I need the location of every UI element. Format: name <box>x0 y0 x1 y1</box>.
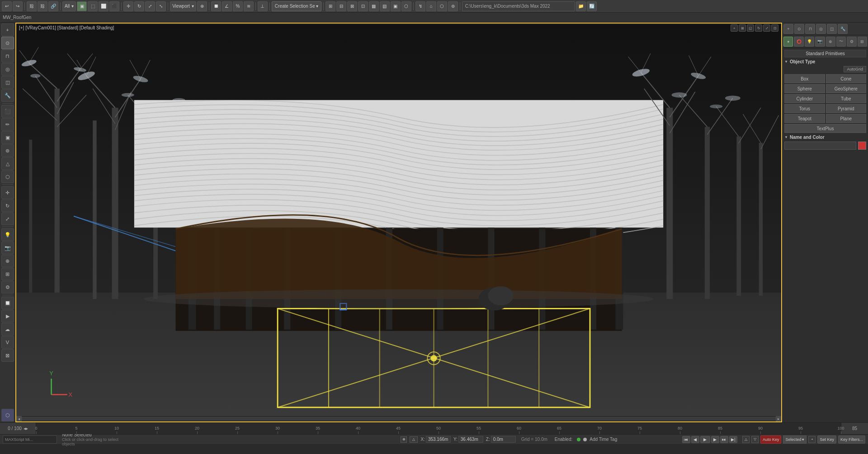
snap-button[interactable]: 🔲 <box>211 1 221 11</box>
z-value[interactable]: 0.0m <box>491 436 516 443</box>
shapes-subtab[interactable]: ⭕ <box>794 37 803 47</box>
display-tool[interactable]: ◫ <box>1 76 14 89</box>
geosphere-button[interactable]: GeoSphere <box>826 84 867 93</box>
paint-select-button[interactable]: ⬛ <box>109 1 119 11</box>
tool-lasso[interactable]: ⊚ <box>1 144 14 157</box>
tool-k[interactable]: ⬡ <box>437 1 447 11</box>
bind-button[interactable]: 🔗 <box>48 1 58 11</box>
create-tab[interactable]: + <box>783 24 793 34</box>
helpers-subtab[interactable]: ⊕ <box>826 37 835 47</box>
scroll-track[interactable] <box>22 417 776 421</box>
tool-f[interactable]: ▧ <box>380 1 390 11</box>
pyramid-button[interactable]: Pyramid <box>826 104 867 113</box>
viewport-btn-4[interactable]: ↻ <box>755 24 762 32</box>
modify-tool[interactable]: ⊙ <box>1 37 14 49</box>
tool-a[interactable]: ⊞ <box>326 1 335 11</box>
viewport-btn-5[interactable]: ⤢ <box>763 24 770 32</box>
autogrid-button[interactable]: AutoGrid <box>844 66 866 72</box>
tool-helper[interactable]: ⊕ <box>1 255 14 267</box>
snap-spinner-button[interactable]: ≋ <box>244 1 254 11</box>
path-browse-button[interactable]: 📁 <box>576 1 586 11</box>
textplus-button[interactable]: TextPlus <box>784 124 866 133</box>
tool-d[interactable]: ⊡ <box>358 1 368 11</box>
viewport-btn-2[interactable]: ⊞ <box>739 24 746 32</box>
tool-rotate2[interactable]: ↻ <box>1 199 14 212</box>
redo-button[interactable]: ↪ <box>13 1 23 11</box>
coord-mode-button[interactable]: ⊕ <box>401 436 407 443</box>
scale-button[interactable]: ⤢ <box>145 1 155 11</box>
rotate-button[interactable]: ↻ <box>134 1 144 11</box>
tool-bottom1[interactable]: ⊠ <box>1 349 14 362</box>
box-button[interactable]: Box <box>784 74 825 83</box>
systems-subtab[interactable]: ⚙ <box>847 37 856 47</box>
tool-g[interactable]: ▣ <box>391 1 401 11</box>
tool-scale2[interactable]: ⤢ <box>1 213 14 225</box>
modify-tab[interactable]: ⊙ <box>794 24 804 34</box>
cone-button[interactable]: Cone <box>826 74 867 83</box>
select-button[interactable]: ▣ <box>77 1 87 11</box>
tool-snap[interactable]: 🔲 <box>1 297 14 309</box>
prev-frame-button[interactable]: ◀ <box>691 436 699 443</box>
create-selection-button[interactable]: Create Selection Se ▾ <box>272 1 321 11</box>
tube-button[interactable]: Tube <box>826 94 867 103</box>
reference-coord-dropdown[interactable]: Viewport ▾ <box>170 1 196 11</box>
play-button[interactable]: ▶ <box>700 436 710 443</box>
tool-bottom2[interactable]: ⬡ <box>1 409 14 421</box>
window-crossing-button[interactable]: ⬜ <box>99 1 108 11</box>
y-value[interactable]: 36.463m <box>458 436 483 443</box>
name-input[interactable] <box>784 142 856 150</box>
more-subtab[interactable]: ⊞ <box>858 37 867 47</box>
add-time-tag-button[interactable]: Add Time Tag <box>590 437 617 442</box>
tool-paint[interactable]: ⬛ <box>1 105 14 118</box>
tool-move[interactable]: ✛ <box>1 186 14 199</box>
lights-subtab[interactable]: 💡 <box>805 37 814 47</box>
x-value[interactable]: 353.166m <box>426 436 451 443</box>
path-nav-button[interactable]: 🔄 <box>587 1 597 11</box>
key-filters-button[interactable]: Key Filters... <box>838 435 865 444</box>
key-nav-down[interactable]: ▽ <box>751 436 759 443</box>
geometry-subtab[interactable]: ● <box>783 37 793 47</box>
tool-h[interactable]: ⬡ <box>401 1 411 11</box>
tool-camera2[interactable]: 📷 <box>1 241 14 254</box>
sphere-button[interactable]: Sphere <box>784 84 825 93</box>
hierarchy-tool[interactable]: ⊓ <box>1 50 14 62</box>
plane-button[interactable]: Plane <box>826 114 867 123</box>
viewport-btn-6[interactable]: ⊡ <box>771 24 778 32</box>
timeline-slider[interactable]: 0 5 10 15 20 25 30 35 40 45 50 55 60 65 … <box>36 423 841 434</box>
scroll-right-arrow[interactable]: ▸ <box>776 416 781 421</box>
scale-alt-button[interactable]: ⤡ <box>156 1 166 11</box>
cameras-subtab[interactable]: 📷 <box>815 37 825 47</box>
plus-button[interactable]: + <box>808 436 816 443</box>
maxscript-console[interactable]: MAXScript Mi... <box>3 435 57 444</box>
tool-pencil[interactable]: ✏ <box>1 118 14 131</box>
snap-angle-button[interactable]: ∠ <box>222 1 232 11</box>
viewport-scrollbar[interactable]: ◂ ▸ <box>16 416 781 421</box>
tool-sys[interactable]: ⚙ <box>1 281 14 293</box>
torus-button[interactable]: Torus <box>784 104 825 113</box>
viewport-btn-1[interactable]: + <box>731 24 738 32</box>
teapot-button[interactable]: Teapot <box>784 114 825 123</box>
tool-geo[interactable]: ⬡ <box>1 170 14 183</box>
tool-vray[interactable]: V <box>1 336 14 349</box>
play-reverse-button[interactable]: ▶| <box>729 436 737 443</box>
set-key-button[interactable]: Set Key <box>817 435 836 444</box>
viewport-btn-3[interactable]: ◱ <box>747 24 754 32</box>
color-swatch[interactable] <box>858 142 866 150</box>
tool-render[interactable]: ▶ <box>1 310 14 322</box>
unlink-button[interactable]: ⛓ <box>38 1 47 11</box>
hierarchy-tab[interactable]: ⊓ <box>805 24 815 34</box>
create-tool[interactable]: + <box>1 24 14 36</box>
key-nav-up[interactable]: △ <box>742 436 750 443</box>
undo-button[interactable]: ↩ <box>2 1 12 11</box>
timeline-scroll-right[interactable]: ▸ <box>26 426 28 431</box>
tool-env[interactable]: ☁ <box>1 323 14 336</box>
go-start-button[interactable]: ⏮ <box>682 436 690 443</box>
spacewarps-subtab[interactable]: 〜 <box>836 37 846 47</box>
select-region-button[interactable]: ⬚ <box>88 1 98 11</box>
cylinder-button[interactable]: Cylinder <box>784 94 825 103</box>
bone-tools-button[interactable]: ⊥ <box>258 1 268 11</box>
tool-j[interactable]: ⌂ <box>426 1 436 11</box>
filter-dropdown[interactable]: All ▾ <box>62 1 76 11</box>
move-button[interactable]: ✛ <box>123 1 133 11</box>
next-frame-button[interactable]: ▶ <box>711 436 719 443</box>
